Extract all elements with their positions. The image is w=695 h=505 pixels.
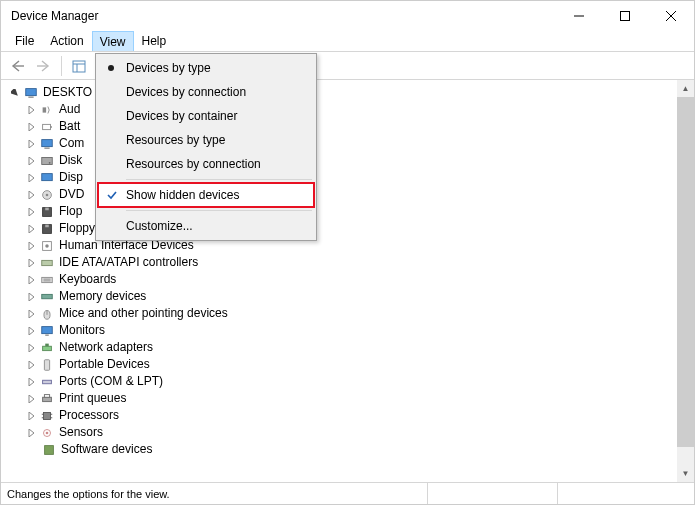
svg-rect-16 (42, 157, 53, 164)
display-icon (39, 170, 55, 186)
menu-customize[interactable]: Customize... (98, 214, 314, 238)
expand-icon[interactable] (25, 138, 37, 150)
expand-icon[interactable] (25, 410, 37, 422)
menu-show-hidden-devices[interactable]: Show hidden devices (98, 183, 314, 207)
tree-item-label: Disk (59, 152, 82, 169)
tree-item-label: IDE ATA/ATAPI controllers (59, 254, 198, 271)
tree-item-label: Network adapters (59, 339, 153, 356)
menu-devices-by-container[interactable]: Devices by container (98, 104, 314, 128)
properties-icon (71, 58, 87, 74)
memory-icon (39, 289, 55, 305)
svg-rect-1 (621, 12, 630, 21)
close-button[interactable] (648, 1, 694, 31)
svg-point-17 (49, 161, 51, 163)
svg-rect-14 (42, 139, 53, 146)
tree-item-label: Aud (59, 101, 80, 118)
svg-rect-31 (42, 294, 53, 298)
expand-icon[interactable] (25, 257, 37, 269)
tree-row[interactable]: Print queues (3, 390, 677, 407)
maximize-button[interactable] (602, 1, 648, 31)
properties-button[interactable] (67, 54, 91, 78)
battery-icon (39, 119, 55, 135)
expand-icon[interactable] (25, 359, 37, 371)
expand-icon[interactable] (25, 376, 37, 388)
menu-item-label: Show hidden devices (126, 188, 239, 202)
expand-icon[interactable] (25, 155, 37, 167)
tree-row[interactable]: Mice and other pointing devices (3, 305, 677, 322)
minimize-button[interactable] (556, 1, 602, 31)
scroll-down-button[interactable]: ▼ (677, 465, 694, 482)
svg-rect-11 (43, 107, 47, 112)
tree-row[interactable]: IDE ATA/ATAPI controllers (3, 254, 677, 271)
menu-item-label: Resources by type (126, 133, 225, 147)
svg-rect-9 (26, 88, 37, 95)
tree-row[interactable]: Portable Devices (3, 356, 677, 373)
forward-button[interactable] (32, 54, 56, 78)
tree-item-label: Sensors (59, 424, 103, 441)
expand-icon[interactable] (25, 240, 37, 252)
scroll-track[interactable] (677, 97, 694, 465)
menu-devices-by-type[interactable]: Devices by type (98, 56, 314, 80)
expand-icon[interactable] (25, 342, 37, 354)
expand-icon[interactable] (25, 393, 37, 405)
back-button[interactable] (6, 54, 30, 78)
mouse-icon (39, 306, 55, 322)
menu-resources-by-connection[interactable]: Resources by connection (98, 152, 314, 176)
menu-item-label: Devices by connection (126, 85, 246, 99)
tree-row[interactable]: Keyboards (3, 271, 677, 288)
svg-point-26 (45, 244, 49, 248)
expand-icon[interactable] (25, 189, 37, 201)
menu-action[interactable]: Action (42, 31, 91, 51)
tree-item-label: Processors (59, 407, 119, 424)
tree-item-label: Portable Devices (59, 356, 150, 373)
tree-item-label: Batt (59, 118, 80, 135)
tree-row[interactable]: Processors (3, 407, 677, 424)
svg-rect-49 (45, 445, 54, 454)
expand-icon[interactable] (25, 206, 37, 218)
svg-rect-37 (45, 343, 49, 346)
expand-icon[interactable] (25, 427, 37, 439)
svg-rect-24 (45, 224, 49, 227)
svg-rect-35 (45, 334, 49, 335)
menu-view[interactable]: View (92, 31, 134, 51)
expand-icon[interactable] (25, 104, 37, 116)
tree-row[interactable]: Network adapters (3, 339, 677, 356)
tree-row[interactable]: Sensors (3, 424, 677, 441)
expand-icon[interactable] (25, 325, 37, 337)
expand-icon[interactable] (25, 308, 37, 320)
tree-row[interactable]: Ports (COM & LPT) (3, 373, 677, 390)
scroll-thumb[interactable] (677, 97, 694, 447)
expand-icon[interactable] (25, 172, 37, 184)
expand-icon[interactable] (9, 87, 21, 99)
tree-item-label: Print queues (59, 390, 126, 407)
menu-file[interactable]: File (7, 31, 42, 51)
expand-icon[interactable] (25, 223, 37, 235)
svg-rect-27 (42, 260, 53, 265)
svg-rect-36 (43, 346, 52, 350)
expand-icon[interactable] (25, 274, 37, 286)
tree-row[interactable]: Software devices (3, 441, 677, 458)
ide-icon (39, 255, 55, 271)
menu-devices-by-connection[interactable]: Devices by connection (98, 80, 314, 104)
audio-icon (39, 102, 55, 118)
vertical-scrollbar[interactable]: ▲ ▼ (677, 80, 694, 482)
tree-row[interactable]: Monitors (3, 322, 677, 339)
computer-icon (23, 85, 39, 101)
bullet-icon (108, 65, 114, 71)
window-title: Device Manager (11, 9, 98, 23)
computer-icon (39, 136, 55, 152)
menu-resources-by-type[interactable]: Resources by type (98, 128, 314, 152)
title-bar: Device Manager (1, 1, 694, 31)
status-bar: Changes the options for the view. (1, 482, 694, 504)
svg-rect-10 (28, 96, 33, 97)
expand-icon[interactable] (25, 121, 37, 133)
toolbar-separator (61, 56, 62, 76)
tree-row[interactable]: Memory devices (3, 288, 677, 305)
menu-help[interactable]: Help (134, 31, 175, 51)
dvd-icon (39, 187, 55, 203)
keyboard-icon (39, 272, 55, 288)
expand-icon[interactable] (25, 291, 37, 303)
port-icon (39, 374, 55, 390)
scroll-up-button[interactable]: ▲ (677, 80, 694, 97)
portable-icon (39, 357, 55, 373)
